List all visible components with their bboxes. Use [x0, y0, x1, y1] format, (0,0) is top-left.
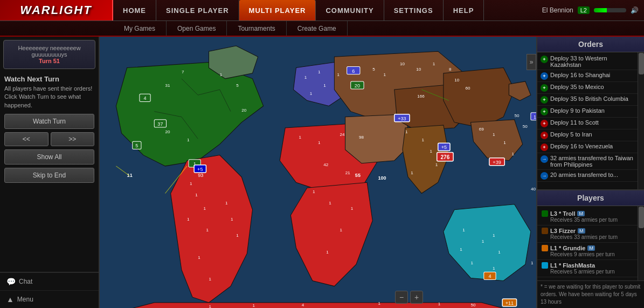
svg-text:1: 1	[198, 255, 200, 260]
nav-home[interactable]: HOME	[113, 0, 156, 20]
subnav-open-games[interactable]: Open Games	[167, 21, 227, 36]
order-text-3: Deploy 35 to British Columbia	[550, 95, 628, 102]
svg-text:40: 40	[531, 187, 536, 191]
player-item-3: L1 * FlashMastaReceives 5 armies per tur…	[537, 260, 638, 277]
show-all-button[interactable]: Show All	[4, 149, 94, 165]
collapse-panel-button[interactable]: »	[527, 54, 536, 70]
svg-text:4: 4	[143, 95, 146, 101]
svg-text:1: 1	[493, 266, 495, 271]
svg-text:1: 1	[503, 140, 506, 145]
svg-text:1: 1	[310, 91, 313, 96]
svg-text:1: 1	[209, 277, 212, 282]
svg-text:1: 1	[313, 189, 315, 194]
svg-text:1: 1	[304, 75, 307, 80]
subnav-create-game[interactable]: Create Game	[287, 21, 348, 36]
player-name-2: L1 * Grundie	[550, 245, 585, 251]
prev-button[interactable]: <<	[4, 132, 49, 146]
svg-text:1: 1	[384, 72, 386, 77]
order-icon-6: +	[541, 132, 548, 139]
svg-text:1: 1	[225, 201, 228, 206]
subnav-my-games[interactable]: My Games	[113, 21, 167, 36]
player-stats-2: Receives 9 armies per turn	[542, 251, 633, 257]
svg-text:1: 1	[462, 228, 465, 232]
nav-community[interactable]: COMMUNITY	[316, 0, 384, 20]
svg-text:1: 1	[299, 135, 302, 140]
orders-header: Orders	[537, 37, 644, 52]
svg-text:1: 1	[340, 228, 343, 232]
svg-text:1: 1	[435, 162, 438, 167]
svg-text:10: 10	[400, 61, 405, 66]
map-area[interactable]: 4 37 11 5 1 +5 93 31 7 1 5 20 20 1 1 1 1	[100, 37, 536, 308]
svg-text:276: 276	[440, 154, 449, 160]
nav-multi-player[interactable]: MULTI PLAYER	[239, 0, 316, 20]
svg-text:1: 1	[421, 138, 424, 142]
svg-text:10: 10	[534, 114, 536, 120]
svg-text:55: 55	[355, 173, 361, 178]
svg-text:37: 37	[157, 121, 163, 127]
volume-icon[interactable]: 🔊	[631, 6, 639, 14]
svg-text:1: 1	[329, 201, 331, 206]
svg-text:20: 20	[355, 83, 360, 88]
svg-text:11: 11	[127, 173, 133, 178]
svg-text:1: 1	[493, 233, 495, 238]
world-map[interactable]: 4 37 11 5 1 +5 93 31 7 1 5 20 20 1 1 1 1	[100, 37, 536, 308]
player-name-1: L3 Fizzer	[550, 228, 576, 234]
order-text-0: Deploy 33 to Western Kazakhstan	[550, 55, 634, 68]
order-text-8: 32 armies transferred to Taiwan from Phi…	[550, 155, 634, 168]
svg-text:1: 1	[378, 301, 380, 306]
svg-text:6: 6	[352, 69, 355, 74]
skip-to-end-button[interactable]: Skip to End	[4, 168, 94, 183]
svg-text:1: 1	[438, 302, 441, 306]
orders-scrollbar[interactable]	[638, 52, 644, 189]
chat-button[interactable]: 💬 Chat	[0, 272, 99, 290]
order-item-6: +Deploy 5 to Iran	[537, 129, 638, 141]
svg-text:1: 1	[493, 132, 495, 137]
svg-text:1: 1	[190, 181, 192, 186]
svg-text:+5: +5	[441, 145, 447, 150]
main-content: Heeeeeeey neeeeeeew guuuuuuuuys Turn 51 …	[0, 37, 644, 308]
top-nav: WARLIGHT HOME SINGLE PLAYER MULTI PLAYER…	[0, 0, 644, 37]
svg-text:8: 8	[449, 67, 452, 72]
zoom-in-button[interactable]: +	[410, 291, 423, 304]
subnav-tournaments[interactable]: Tournaments	[227, 21, 286, 36]
players-header: Players	[537, 190, 644, 206]
nav-buttons-row: << >>	[4, 132, 94, 146]
svg-text:1: 1	[460, 247, 462, 252]
order-item-9: →20 armies transferred to...	[537, 170, 638, 182]
order-text-7: Deploy 16 to Venezuela	[550, 143, 613, 149]
watch-turn-button[interactable]: Watch Turn	[4, 114, 94, 129]
order-item-0: +Deploy 33 to Western Kazakhstan	[537, 53, 638, 70]
nav-settings[interactable]: SETTINGS	[384, 0, 444, 20]
player-item-2: L1 * GrundieMReceives 9 armies per turn	[537, 243, 638, 260]
order-icon-5: +	[541, 120, 548, 127]
svg-text:+33: +33	[398, 116, 406, 121]
svg-text:1: 1	[411, 170, 413, 175]
svg-text:50: 50	[471, 303, 476, 307]
order-text-4: Deploy 9 to Pakistan	[550, 107, 605, 114]
order-icon-0: +	[541, 56, 548, 63]
svg-text:1: 1	[187, 217, 190, 222]
svg-text:1: 1	[206, 228, 209, 232]
turn-info: Turn 51	[8, 58, 91, 64]
nav-single-player[interactable]: SINGLE PLAYER	[156, 0, 239, 20]
order-text-5: Deploy 11 to Scott	[550, 119, 599, 126]
player-badge-1: M	[578, 228, 585, 234]
order-item-4: +Deploy 9 to Pakistan	[537, 106, 638, 118]
svg-text:1: 1	[433, 61, 435, 66]
players-scrollbar[interactable]	[638, 206, 644, 280]
xp-bar	[594, 8, 626, 12]
svg-text:42: 42	[323, 162, 329, 167]
menu-button[interactable]: ▲ Menu	[0, 290, 99, 308]
svg-text:1: 1	[195, 193, 198, 197]
svg-text:10: 10	[416, 67, 421, 72]
svg-text:20: 20	[241, 108, 247, 113]
svg-text:1: 1	[498, 250, 501, 255]
zoom-out-button[interactable]: −	[395, 291, 408, 304]
svg-text:1: 1	[318, 70, 321, 74]
svg-text:98: 98	[359, 135, 364, 140]
nav-help[interactable]: HELP	[444, 0, 484, 20]
scrollbar-thumb	[639, 53, 644, 74]
svg-text:4: 4	[302, 303, 304, 307]
player-color-1	[542, 228, 548, 234]
next-button[interactable]: >>	[51, 132, 95, 146]
